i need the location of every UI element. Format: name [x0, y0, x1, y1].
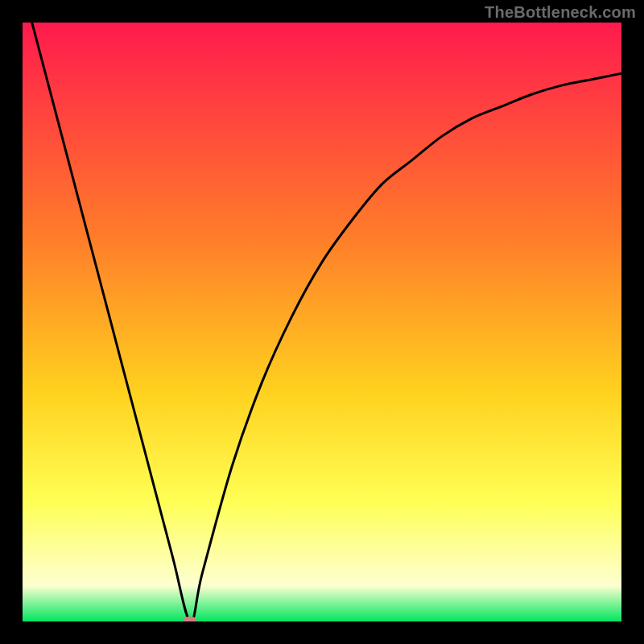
- plot-area: [23, 23, 621, 621]
- optimal-point-marker: [184, 617, 196, 621]
- gradient-background: [23, 23, 621, 621]
- watermark-text: TheBottleneck.com: [485, 3, 636, 22]
- chart-stage: TheBottleneck.com: [0, 0, 644, 644]
- chart-svg: [23, 23, 621, 621]
